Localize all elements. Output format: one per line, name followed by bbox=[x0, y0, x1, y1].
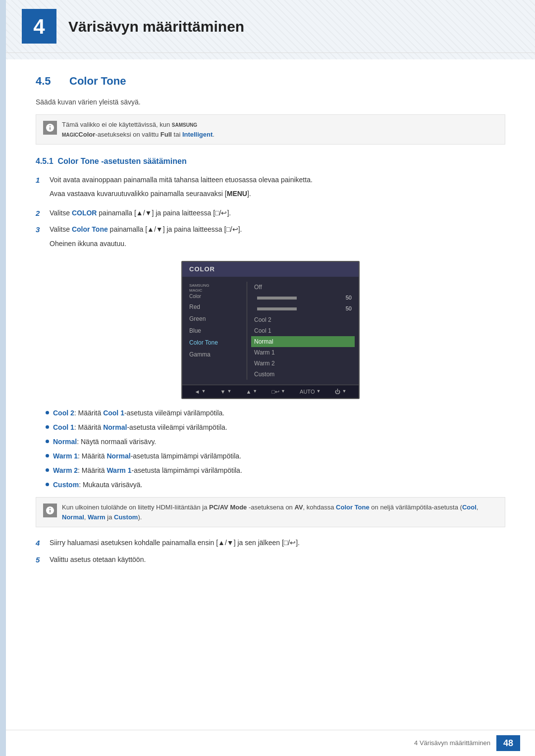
subsection-number: 4.5.1 bbox=[36, 157, 57, 165]
menu-item-blue: Blue bbox=[182, 325, 247, 337]
page-footer: 4 Värisävyn määrittäminen 48 bbox=[6, 730, 535, 756]
subsection-heading: 4.5.1 Color Tone -asetusten säätäminen bbox=[36, 155, 505, 167]
monitor-icon-auto: AUTO▼ bbox=[300, 388, 321, 396]
menu-item-red: Red bbox=[182, 301, 247, 313]
step-2: 2 Valitse COLOR painamalla [▲/▼] ja pain… bbox=[36, 207, 505, 219]
monitor-icon-down: ▼▼ bbox=[220, 388, 232, 396]
step-sub-1: Avaa vastaava kuvaruutuvalikko painamall… bbox=[50, 188, 313, 199]
monitor-icon-power: ⏻▼ bbox=[335, 388, 346, 396]
monitor-right-green-val: 50 bbox=[251, 303, 355, 314]
step-text-3: Valitse Color Tone painamalla [▲/▼] ja p… bbox=[50, 224, 242, 252]
green-slider bbox=[257, 307, 297, 310]
chapter-header: 4 Värisävyn määrittäminen bbox=[6, 0, 535, 53]
step-number-4: 4 bbox=[36, 538, 45, 549]
step-number-1: 1 bbox=[36, 175, 45, 186]
step-1: 1 Voit avata avainoppaan painamalla mitä… bbox=[36, 174, 505, 202]
bullet-dot bbox=[46, 454, 49, 457]
menu-item-color-tone: Color Tone bbox=[182, 337, 247, 349]
step-number-2: 2 bbox=[36, 208, 45, 219]
red-slider bbox=[257, 297, 297, 300]
chapter-number-box: 4 bbox=[22, 9, 56, 44]
bullet-custom: Custom: Mukauta värisävyä. bbox=[46, 480, 505, 490]
step-number-3: 3 bbox=[36, 224, 45, 236]
monitor-right-off: Off bbox=[251, 282, 355, 293]
menu-item-green: Green bbox=[182, 313, 247, 325]
step-5: 5 Valittu asetus otetaan käyttöön. bbox=[36, 554, 505, 566]
monitor-menu-left: SAMSUNG MAGIC Color Red Green Blue Color… bbox=[182, 280, 247, 382]
note-text-2: Kun ulkoinen tulolähde on liitetty HDMI-… bbox=[62, 503, 498, 522]
note-box-2: Kun ulkoinen tulolähde on liitetty HDMI-… bbox=[36, 497, 505, 527]
monitor-icon-left: ◄▼ bbox=[195, 388, 206, 396]
monitor-screenshot: COLOR SAMSUNG MAGIC Color Red Green Blue… bbox=[181, 261, 360, 399]
step-text-1: Voit avata avainoppaan painamalla mitä t… bbox=[50, 174, 313, 202]
bullet-dot bbox=[46, 468, 49, 472]
step-text-5: Valittu asetus otetaan käyttöön. bbox=[50, 554, 146, 565]
bullet-dot bbox=[46, 411, 49, 414]
monitor-right-cool2: Cool 2 bbox=[251, 314, 355, 325]
monitor-right-custom: Custom bbox=[251, 369, 355, 380]
bullet-dot bbox=[46, 440, 49, 443]
step-number-5: 5 bbox=[36, 554, 45, 566]
monitor-right-red-val: 50 bbox=[251, 293, 355, 303]
monitor-menu-body: SAMSUNG MAGIC Color Red Green Blue Color… bbox=[182, 277, 359, 385]
section-heading: 4.5 Color Tone bbox=[36, 73, 505, 89]
page-number-box: 48 bbox=[496, 735, 520, 751]
section-number: 4.5 bbox=[36, 73, 61, 89]
footer-chapter-text: 4 Värisävyn määrittäminen bbox=[414, 738, 490, 748]
section-intro: Säädä kuvan värien yleistä sävyä. bbox=[36, 97, 505, 107]
bullet-warm2: Warm 2: Määritä Warm 1-asetusta lämpimäm… bbox=[46, 465, 505, 476]
step-4: 4 Siirry haluamasi asetuksen kohdalle pa… bbox=[36, 537, 505, 549]
section-title: Color Tone bbox=[69, 73, 126, 89]
monitor-icon-enter: □↩▼ bbox=[271, 388, 285, 396]
chapter-number: 4 bbox=[33, 11, 45, 42]
bullet-warm1: Warm 1: Määritä Normal-asetusta lämpimäm… bbox=[46, 451, 505, 461]
page-number: 48 bbox=[503, 737, 513, 750]
note-text-1: Tämä valikko ei ole käytettävissä, kun S… bbox=[62, 120, 214, 139]
step-text-4: Siirry haluamasi asetuksen kohdalle pain… bbox=[50, 537, 300, 548]
note-box-1: Tämä valikko ei ole käytettävissä, kun S… bbox=[36, 114, 505, 145]
bullet-dot bbox=[46, 483, 49, 486]
note-icon-2 bbox=[43, 504, 57, 517]
note-icon-1 bbox=[43, 121, 57, 135]
monitor-right-warm1: Warm 1 bbox=[251, 347, 355, 358]
main-content: 4.5 Color Tone Säädä kuvan värien yleist… bbox=[6, 53, 535, 600]
bullet-dot bbox=[46, 425, 49, 429]
chapter-title: Värisävyn määrittäminen bbox=[68, 15, 244, 38]
subsection-title: Color Tone -asetusten säätäminen bbox=[57, 157, 186, 165]
bullet-cool1: Cool 1: Määritä Normal-asetusta viileämp… bbox=[46, 422, 505, 433]
step-3: 3 Valitse Color Tone painamalla [▲/▼] ja… bbox=[36, 224, 505, 252]
menu-item-gamma: Gamma bbox=[182, 349, 247, 360]
monitor-menu-right: Off 50 50 Cool 2 Cool 1 Normal Wa bbox=[247, 280, 359, 382]
bullet-cool2: Cool 2: Määritä Cool 1-asetusta viileämp… bbox=[46, 408, 505, 418]
bullet-list: Cool 2: Määritä Cool 1-asetusta viileämp… bbox=[46, 408, 505, 490]
monitor-menu-title: COLOR bbox=[182, 262, 359, 277]
monitor-right-cool1: Cool 1 bbox=[251, 325, 355, 336]
bullet-normal: Normal: Näytä normaali värisävy. bbox=[46, 437, 505, 447]
monitor-icon-up: ▲▼ bbox=[246, 388, 257, 396]
left-stripe bbox=[0, 0, 6, 756]
monitor-bottom-bar: ◄▼ ▼▼ ▲▼ □↩▼ AUTO▼ ⏻▼ bbox=[182, 385, 359, 399]
monitor-right-warm2: Warm 2 bbox=[251, 358, 355, 369]
menu-item-samsung-magic-color: SAMSUNG MAGIC Color bbox=[182, 282, 247, 302]
step-sub-3: Oheinen ikkuna avautuu. bbox=[50, 238, 242, 249]
monitor-right-normal: Normal bbox=[251, 336, 355, 347]
step-text-2: Valitse COLOR painamalla [▲/▼] ja paina … bbox=[50, 207, 231, 218]
